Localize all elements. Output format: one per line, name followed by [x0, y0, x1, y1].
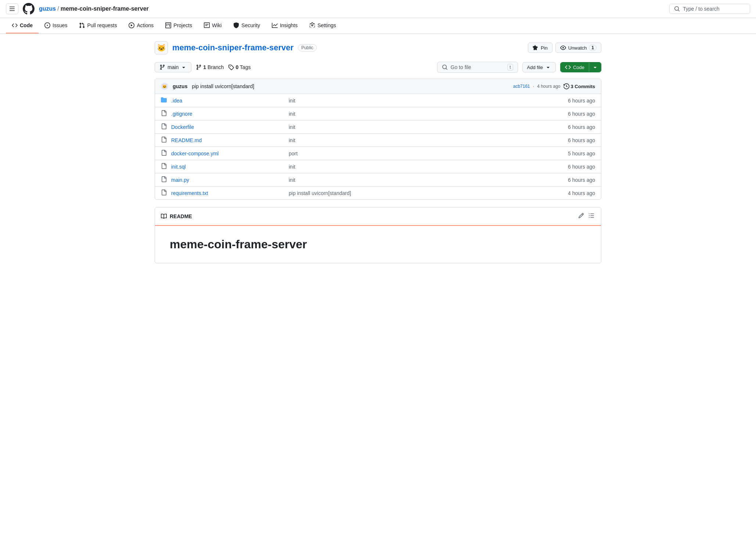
github-logo-icon: [23, 3, 35, 15]
file-time: 4 hours ago: [568, 190, 595, 196]
tab-wiki[interactable]: Wiki: [198, 18, 227, 33]
code-button[interactable]: Code: [560, 62, 601, 72]
commit-time: 4 hours ago: [537, 84, 560, 89]
readme-content: meme-coin-frame-server: [155, 226, 601, 263]
commit-hash[interactable]: acb7161: [513, 84, 530, 89]
code-button-dropdown[interactable]: [589, 62, 601, 72]
history-icon: [564, 83, 569, 89]
file-row: README.mdinit6 hours ago: [155, 134, 601, 147]
unwatch-label: Unwatch: [568, 45, 587, 51]
branches-label: Branch: [208, 64, 224, 70]
tab-settings[interactable]: Settings: [303, 18, 342, 33]
commits-count: 3 Commits: [571, 84, 595, 89]
add-file-button[interactable]: Add file: [522, 62, 556, 72]
code-button-icon: [565, 64, 571, 70]
tab-issues[interactable]: Issues: [39, 18, 73, 33]
file-time: 6 hours ago: [568, 111, 595, 117]
tab-code[interactable]: Code: [6, 18, 39, 33]
settings-icon: [309, 22, 315, 28]
tab-security-label: Security: [241, 22, 260, 28]
readme-title: README: [170, 213, 192, 219]
tags-link[interactable]: 0 Tags: [228, 64, 251, 70]
branch-selector[interactable]: main: [155, 62, 191, 72]
file-commit: init: [289, 98, 568, 104]
file-icon: [161, 123, 168, 130]
commit-dot: ·: [533, 84, 534, 89]
commits-link[interactable]: 3 Commits: [564, 83, 595, 89]
eye-icon: [560, 45, 566, 51]
file-commit: pip install uvicorn[standard]: [289, 190, 568, 196]
tab-actions-label: Actions: [137, 22, 154, 28]
tab-insights[interactable]: Insights: [266, 18, 303, 33]
file-name[interactable]: main.py: [171, 177, 289, 183]
toc-readme-button[interactable]: [588, 212, 595, 221]
tab-projects[interactable]: Projects: [159, 18, 198, 33]
file-icon: [161, 190, 168, 197]
file-name[interactable]: init.sql: [171, 164, 289, 170]
branch-icon: [159, 64, 165, 70]
readme-heading: meme-coin-frame-server: [170, 238, 586, 251]
file-commit: port: [289, 151, 568, 156]
pin-button[interactable]: Pin: [528, 43, 552, 53]
code-button-main[interactable]: Code: [561, 62, 589, 72]
repo-header-actions: Pin Unwatch 1: [528, 43, 601, 53]
tags-label: Tags: [240, 64, 251, 70]
unwatch-button[interactable]: Unwatch 1: [555, 43, 601, 53]
visibility-badge: Public: [298, 44, 317, 51]
file-time: 5 hours ago: [568, 151, 595, 156]
branch-meta: 1 Branch 0 Tags: [196, 64, 251, 70]
tag-icon: [228, 64, 234, 70]
tab-security[interactable]: Security: [227, 18, 266, 33]
owner-link[interactable]: guzus: [39, 6, 56, 12]
tab-settings-label: Settings: [317, 22, 336, 28]
main-content: 🐱 meme-coin-sniper-frame-server Public P…: [143, 34, 613, 271]
file-time: 6 hours ago: [568, 137, 595, 143]
search-box[interactable]: Type / to search: [669, 4, 750, 14]
go-to-file-search-icon: [442, 64, 448, 70]
wiki-icon: [204, 22, 210, 28]
search-placeholder: Type / to search: [683, 6, 720, 12]
file-row: requirements.txtpip install uvicorn[stan…: [155, 187, 601, 199]
file-name[interactable]: requirements.txt: [171, 190, 289, 196]
folder-icon: [161, 97, 168, 104]
security-icon: [233, 22, 239, 28]
add-file-label: Add file: [527, 65, 543, 70]
add-file-chevron-icon: [545, 64, 551, 70]
file-name[interactable]: Dockerfile: [171, 124, 289, 130]
file-commit: init: [289, 111, 568, 117]
pin-label: Pin: [541, 45, 548, 51]
tab-projects-label: Projects: [173, 22, 192, 28]
file-name[interactable]: README.md: [171, 137, 289, 143]
branches-link[interactable]: 1 Branch: [196, 64, 224, 70]
tab-pull-requests[interactable]: Pull requests: [73, 18, 123, 33]
file-row: init.sqlinit6 hours ago: [155, 160, 601, 173]
file-row: .gitignoreinit6 hours ago: [155, 107, 601, 120]
hamburger-button[interactable]: [6, 3, 18, 14]
unwatch-count: 1: [589, 45, 597, 51]
repo-nav: Code Issues Pull requests Actions Projec…: [0, 18, 756, 34]
go-to-file-label: Go to file: [451, 64, 471, 70]
branch-meta-icon: [196, 64, 202, 70]
file-icon: [161, 150, 168, 157]
commit-user[interactable]: guzus: [173, 83, 187, 89]
go-to-file[interactable]: Go to file t: [437, 62, 518, 73]
code-button-label: Code: [573, 65, 584, 70]
file-icon: [161, 137, 168, 144]
file-row: Dockerfileinit6 hours ago: [155, 120, 601, 134]
repo-title[interactable]: meme-coin-sniper-frame-server: [172, 43, 294, 53]
chevron-down-icon: [181, 64, 187, 70]
tab-code-label: Code: [20, 22, 33, 28]
top-nav: guzus / meme-coin-sniper-frame-server Ty…: [0, 0, 756, 18]
repo-name: meme-coin-sniper-frame-server: [61, 6, 149, 12]
file-commit: init: [289, 177, 568, 183]
insights-icon: [272, 22, 278, 28]
file-name[interactable]: .gitignore: [171, 111, 289, 117]
file-time: 6 hours ago: [568, 164, 595, 170]
tab-actions[interactable]: Actions: [123, 18, 159, 33]
file-name[interactable]: .idea: [171, 98, 289, 104]
latest-commit-row: 🐱 guzus pip install uvicorn[standard] ac…: [155, 79, 601, 94]
pin-icon: [533, 45, 539, 51]
edit-readme-button[interactable]: [577, 212, 585, 221]
list-unordered-icon: [588, 213, 594, 219]
file-name[interactable]: docker-compose.yml: [171, 151, 289, 156]
